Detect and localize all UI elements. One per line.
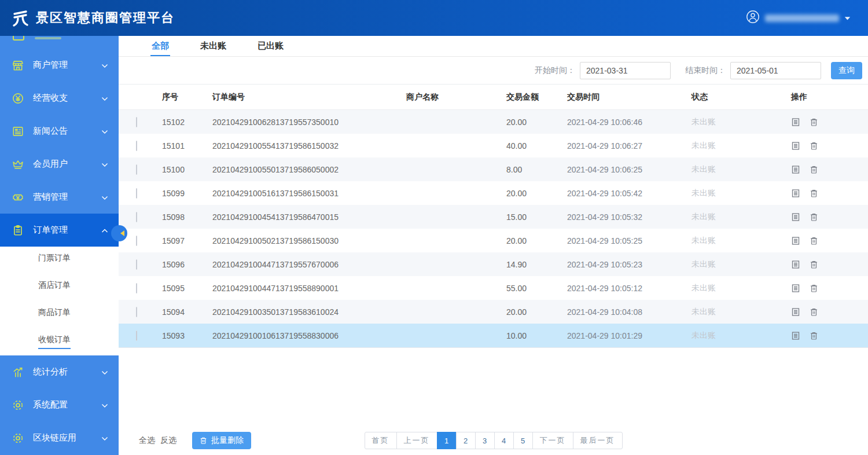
sidebar-item-label: 会员用户: [33, 159, 101, 170]
batch-delete-button[interactable]: 批量删除: [192, 432, 251, 449]
sidebar-item-merchant-mgmt[interactable]: 商户管理: [0, 49, 119, 82]
storefront-icon: [12, 59, 24, 72]
detail-icon[interactable]: [791, 189, 800, 198]
sidebar-item-orders[interactable]: 订单管理: [0, 214, 119, 247]
delete-icon[interactable]: [810, 165, 818, 174]
table-row-highlighted: 15093 2021042910010613719558830006 10.00…: [119, 324, 868, 347]
invert-select-link[interactable]: 反选: [160, 435, 176, 446]
page-next-button[interactable]: 下一页: [532, 432, 573, 449]
cell-order-no: 2021042910055013719586050002: [212, 165, 406, 174]
submenu-item-hotel-orders[interactable]: 酒店订单: [0, 274, 119, 301]
query-button[interactable]: 查询: [831, 62, 862, 79]
news-icon: [12, 125, 24, 138]
submenu-item-ticket-orders[interactable]: 门票订单: [0, 247, 119, 274]
chevron-down-icon: [101, 159, 108, 169]
trash-icon: [200, 436, 207, 445]
cell-time: 2021-04-29 10:01:29: [567, 331, 692, 340]
table-row: 15097 2021042910050213719586150030 20.00…: [119, 229, 868, 252]
detail-icon[interactable]: [791, 118, 800, 127]
main-content: 全部 未出账 已出账 开始时间： 结束时间： 查询 序号 订单编号 商户名称 交…: [119, 36, 868, 455]
select-all-link[interactable]: 全选: [139, 435, 155, 446]
submenu-item-goods-orders[interactable]: 商品订单: [0, 301, 119, 328]
detail-icon[interactable]: [791, 141, 800, 151]
detail-icon[interactable]: [791, 165, 800, 174]
cell-amount: 14.90: [506, 260, 567, 269]
page-number-button[interactable]: 2: [456, 432, 476, 449]
cell-amount: 20.00: [506, 307, 567, 317]
sidebar-item-members[interactable]: 会员用户: [0, 148, 119, 181]
detail-icon[interactable]: [791, 212, 800, 222]
sidebar-item-label: 新闻公告: [33, 126, 101, 137]
delete-icon[interactable]: [810, 260, 818, 269]
row-checkbox[interactable]: [136, 236, 137, 246]
cell-order-no: 2021042910010613719558830006: [212, 331, 406, 340]
delete-icon[interactable]: [810, 307, 818, 317]
page-prev-button[interactable]: 上一页: [396, 432, 437, 449]
status-badge: 未出账: [692, 164, 791, 175]
row-checkbox[interactable]: [136, 307, 137, 317]
page-number-button[interactable]: 1: [437, 432, 457, 449]
pagination: 首页 上一页 1 2 3 4 5 下一页 最后一页: [365, 432, 623, 449]
sidebar-item-label: 区块链应用: [33, 432, 101, 443]
sidebar-item-partial[interactable]: [0, 36, 119, 49]
sidebar-collapse-handle[interactable]: [111, 225, 127, 241]
detail-icon[interactable]: [791, 331, 800, 340]
cell-amount: 20.00: [506, 189, 567, 198]
tab-all[interactable]: 全部: [150, 36, 170, 56]
tab-billed[interactable]: 已出账: [256, 36, 285, 56]
col-status: 状态: [692, 92, 791, 102]
row-checkbox[interactable]: [136, 164, 137, 175]
topbar: 景区智慧商圈管理平台: [0, 0, 868, 36]
cell-amount: 55.00: [506, 284, 567, 293]
sidebar-item-label: 订单管理: [33, 225, 101, 236]
cell-time: 2021-04-29 10:05:12: [567, 284, 692, 293]
page-number-button[interactable]: 5: [513, 432, 533, 449]
sidebar-item-statistics[interactable]: 统计分析: [0, 355, 119, 388]
status-badge: 未出账: [692, 307, 791, 317]
row-checkbox[interactable]: [136, 331, 137, 341]
chevron-down-icon: [101, 126, 108, 136]
end-date-input[interactable]: [730, 62, 821, 79]
detail-icon[interactable]: [791, 236, 800, 245]
delete-icon[interactable]: [810, 118, 818, 127]
col-seq: 序号: [162, 92, 212, 102]
cell-seq: 15100: [162, 165, 212, 174]
delete-icon[interactable]: [810, 284, 818, 293]
chevron-up-icon: [101, 225, 108, 235]
row-checkbox[interactable]: [136, 212, 137, 222]
detail-icon[interactable]: [791, 260, 800, 269]
delete-icon[interactable]: [810, 141, 818, 151]
submenu-item-cashier-orders[interactable]: 收银订单: [0, 328, 119, 355]
tab-unbilled[interactable]: 未出账: [199, 36, 227, 56]
table-header: 序号 订单编号 商户名称 交易金额 交易时间 状态 操作: [119, 85, 868, 110]
page-number-button[interactable]: 3: [475, 432, 495, 449]
row-checkbox[interactable]: [136, 188, 137, 199]
delete-icon[interactable]: [810, 212, 818, 222]
page-last-button[interactable]: 最后一页: [573, 432, 623, 449]
user-avatar-icon: [746, 10, 760, 26]
row-checkbox[interactable]: [136, 259, 137, 270]
chevron-down-icon: [101, 400, 108, 410]
page-first-button[interactable]: 首页: [365, 432, 397, 449]
chevron-down-icon: [101, 192, 108, 202]
sidebar-item-system-config[interactable]: 系统配置: [0, 388, 119, 421]
sidebar-item-revenue[interactable]: 经营收支: [0, 82, 119, 115]
start-date-input[interactable]: [580, 62, 671, 79]
sidebar-item-news[interactable]: 新闻公告: [0, 115, 119, 148]
detail-icon[interactable]: [791, 284, 800, 293]
row-checkbox[interactable]: [136, 117, 137, 127]
table-row: 15095 2021042910044713719558890001 55.00…: [119, 276, 868, 300]
cell-time: 2021-04-29 10:05:42: [567, 189, 692, 198]
sidebar-item-marketing[interactable]: 营销管理: [0, 181, 119, 214]
row-checkbox[interactable]: [136, 283, 137, 293]
sidebar-item-blockchain[interactable]: 区块链应用: [0, 421, 119, 454]
delete-icon[interactable]: [810, 331, 818, 340]
clipboard-icon: [12, 224, 24, 237]
detail-icon[interactable]: [791, 307, 800, 317]
collapse-left-icon: [120, 230, 124, 236]
delete-icon[interactable]: [810, 236, 818, 245]
page-number-button[interactable]: 4: [494, 432, 514, 449]
row-checkbox[interactable]: [136, 141, 137, 151]
user-menu[interactable]: [746, 10, 851, 26]
delete-icon[interactable]: [810, 189, 818, 198]
